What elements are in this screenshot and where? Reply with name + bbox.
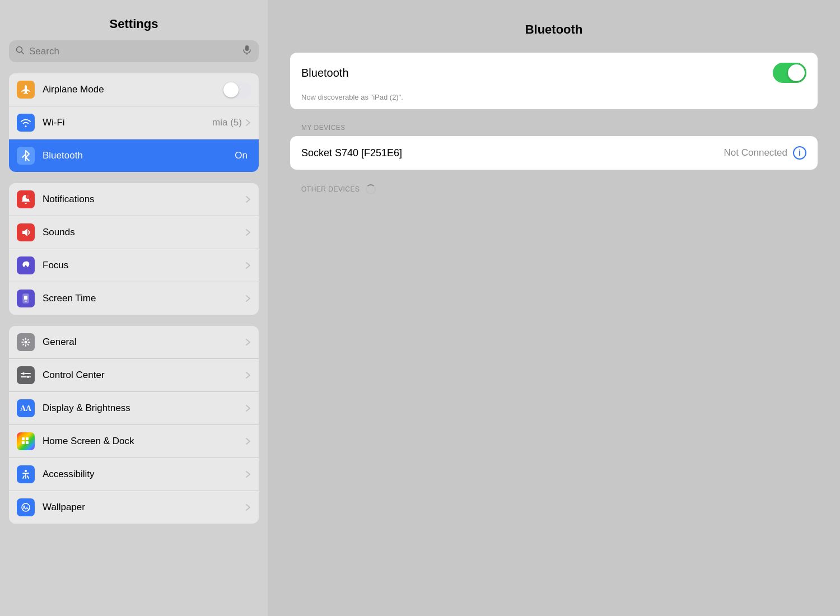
wallpaper-icon (17, 498, 35, 516)
sidebar-item-bluetooth[interactable]: Bluetooth On (9, 139, 259, 172)
chevron-right-icon (245, 228, 251, 236)
sidebar-item-airplane-mode[interactable]: Airplane Mode (9, 73, 259, 106)
svg-line-1 (22, 52, 24, 54)
control-center-icon (17, 366, 35, 384)
screen-time-icon (17, 290, 35, 307)
chevron-right-icon (245, 119, 251, 127)
search-bar[interactable] (9, 40, 259, 62)
focus-icon (17, 256, 35, 274)
focus-label: Focus (43, 260, 245, 271)
sidebar-item-display-brightness[interactable]: AA Display & Brightness (9, 392, 259, 425)
panel-title: Bluetooth (290, 17, 818, 37)
sidebar-item-focus[interactable]: Focus (9, 249, 259, 282)
sidebar-item-wallpaper[interactable]: Wallpaper (9, 491, 259, 524)
sidebar-item-control-center[interactable]: Control Center (9, 359, 259, 392)
settings-group-general: General Control Center (9, 326, 259, 524)
svg-rect-18 (22, 437, 25, 440)
device-info-button[interactable]: i (793, 146, 806, 160)
general-icon (17, 333, 35, 351)
main-panel: Bluetooth Bluetooth Now discoverable as … (268, 0, 840, 616)
notifications-icon: ! (17, 190, 35, 208)
bluetooth-label-sidebar: Bluetooth (43, 150, 235, 161)
bluetooth-toggle-row: Bluetooth (290, 53, 818, 93)
airplane-mode-icon (17, 81, 35, 99)
wifi-icon (17, 114, 35, 132)
bluetooth-toggle[interactable] (773, 63, 806, 83)
notifications-label: Notifications (43, 194, 245, 205)
other-devices-section: OTHER DEVICES (290, 174, 818, 199)
chevron-right-icon (245, 503, 251, 511)
svg-rect-21 (26, 441, 29, 444)
sidebar: Settings Airplane Mode (0, 0, 268, 616)
search-input[interactable] (29, 46, 237, 57)
sidebar-item-wifi[interactable]: Wi-Fi mia (5) (9, 106, 259, 139)
chevron-right-icon (245, 371, 251, 379)
device-name: Socket S740 [F251E6] (301, 147, 724, 159)
svg-text:!: ! (27, 195, 28, 198)
svg-rect-2 (245, 45, 249, 51)
bluetooth-value: On (235, 150, 248, 161)
svg-point-22 (25, 470, 27, 472)
general-label: General (43, 337, 245, 348)
display-brightness-label: Display & Brightness (43, 403, 245, 414)
chevron-right-icon (245, 262, 251, 269)
bluetooth-toggle-card: Bluetooth Now discoverable as "iPad (2)"… (290, 53, 818, 109)
sidebar-item-sounds[interactable]: Sounds (9, 216, 259, 249)
accessibility-label: Accessibility (43, 469, 245, 480)
sidebar-item-general[interactable]: General (9, 326, 259, 359)
bluetooth-icon (17, 147, 35, 165)
svg-point-23 (22, 503, 30, 511)
svg-rect-19 (26, 437, 29, 440)
device-row[interactable]: Socket S740 [F251E6] Not Connected i (290, 136, 818, 170)
sidebar-item-screen-time[interactable]: Screen Time (9, 282, 259, 315)
wifi-value: mia (5) (212, 117, 242, 128)
sidebar-item-home-screen[interactable]: Home Screen & Dock (9, 425, 259, 458)
sounds-icon (17, 223, 35, 241)
svg-point-24 (24, 506, 25, 507)
sounds-label: Sounds (43, 227, 245, 238)
wallpaper-label: Wallpaper (43, 502, 245, 513)
home-screen-icon (17, 432, 35, 450)
svg-rect-20 (22, 441, 25, 444)
svg-point-12 (27, 376, 29, 378)
svg-rect-9 (25, 301, 27, 302)
display-brightness-icon: AA (17, 399, 35, 417)
bluetooth-main-label: Bluetooth (301, 67, 773, 80)
airplane-mode-label: Airplane Mode (43, 84, 222, 95)
chevron-right-icon (245, 195, 251, 203)
sidebar-item-accessibility[interactable]: Accessibility (9, 458, 259, 491)
sidebar-title: Settings (9, 11, 259, 31)
svg-rect-8 (24, 296, 27, 300)
settings-group-connectivity: Airplane Mode Wi-Fi mia (5) (9, 73, 259, 172)
settings-group-notifications: ! Notifications Sounds (9, 183, 259, 315)
sidebar-item-notifications[interactable]: ! Notifications (9, 183, 259, 216)
microphone-icon (242, 45, 252, 58)
screen-time-label: Screen Time (43, 293, 245, 304)
chevron-right-icon (245, 404, 251, 412)
other-devices-header: OTHER DEVICES (301, 185, 360, 193)
home-screen-label: Home Screen & Dock (43, 436, 245, 447)
discoverable-text: Now discoverable as "iPad (2)". (290, 93, 818, 109)
chevron-right-icon (245, 338, 251, 346)
chevron-right-icon (245, 470, 251, 478)
svg-text:AA: AA (20, 404, 32, 413)
my-devices-header: MY DEVICES (290, 114, 818, 136)
control-center-label: Control Center (43, 370, 245, 381)
chevron-right-icon (245, 437, 251, 445)
chevron-right-icon (245, 295, 251, 302)
wifi-label: Wi-Fi (43, 117, 212, 128)
scanning-spinner (366, 184, 376, 194)
svg-point-10 (25, 341, 27, 344)
airplane-mode-toggle[interactable] (222, 81, 251, 99)
accessibility-icon (17, 465, 35, 483)
svg-marker-6 (22, 228, 27, 236)
device-status: Not Connected (724, 147, 787, 158)
search-icon (16, 46, 25, 57)
